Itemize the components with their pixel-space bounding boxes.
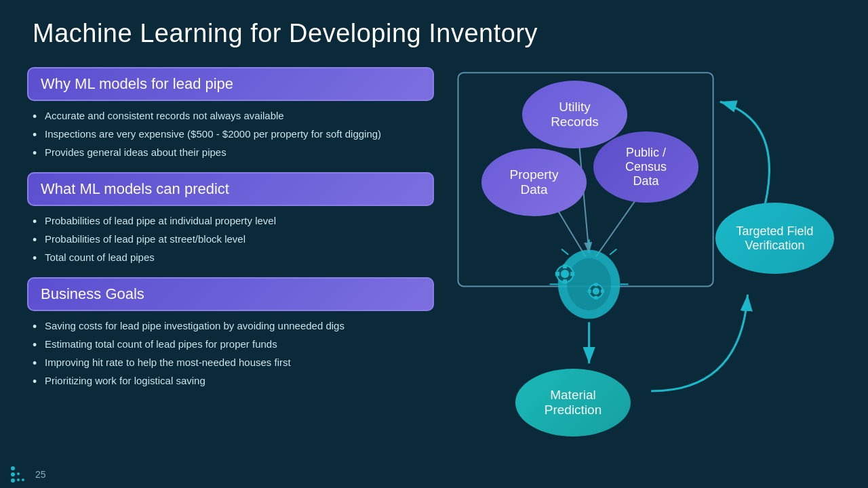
logo-dot xyxy=(17,472,20,475)
bullet-item: Accurate and consistent records not alwa… xyxy=(33,106,434,125)
bullet-list-why-ml: Accurate and consistent records not alwa… xyxy=(27,106,434,165)
svg-rect-12 xyxy=(570,272,574,276)
bullet-list-business: Saving costs for lead pipe investigation… xyxy=(27,317,434,394)
svg-rect-17 xyxy=(588,289,591,293)
node-utility-records: Utility Records xyxy=(522,81,627,148)
bullet-item: Probabilities of lead pipe at street/blo… xyxy=(33,230,434,248)
svg-line-23 xyxy=(610,249,616,255)
bullet-item: Inspections are very expensive ($500 - $… xyxy=(33,125,434,143)
section-header-what-ml: What ML models can predict xyxy=(27,172,434,206)
logo-dot xyxy=(11,479,15,483)
svg-rect-11 xyxy=(555,272,559,276)
logo-dot xyxy=(17,479,20,481)
section-header-why-ml: Why ML models for lead pipe xyxy=(27,67,434,101)
svg-point-8 xyxy=(567,258,611,310)
logo-dots xyxy=(11,466,24,483)
bullet-list-what-ml: Probabilities of lead pipe at individual… xyxy=(27,211,434,270)
bullet-item: Total count of lead pipes xyxy=(33,248,434,266)
bullet-item: Provides general ideas about their pipes xyxy=(33,143,434,161)
section-why-ml: Why ML models for lead pipe Accurate and… xyxy=(27,67,434,165)
svg-rect-19 xyxy=(594,283,597,286)
svg-rect-18 xyxy=(601,289,604,293)
svg-rect-20 xyxy=(594,296,597,300)
logo-dot xyxy=(11,472,15,476)
slide-title: Machine Learning for Developing Inventor… xyxy=(0,0,868,60)
node-targeted-field-verification: Targeted Field Verification xyxy=(715,203,834,274)
bullet-item: Saving costs for lead pipe investigation… xyxy=(33,317,434,335)
node-property-data: Property Data xyxy=(481,148,587,216)
section-business-goals: Business Goals Saving costs for lead pip… xyxy=(27,277,434,394)
section-header-business: Business Goals xyxy=(27,277,434,311)
bullet-item: Estimating total count of lead pipes for… xyxy=(33,335,434,353)
bullet-item: Prioritizing work for logistical saving xyxy=(33,371,434,390)
left-column: Why ML models for lead pipe Accurate and… xyxy=(27,60,448,474)
svg-line-22 xyxy=(561,249,568,255)
node-census-data: Public / Census Data xyxy=(593,131,698,203)
svg-point-10 xyxy=(561,270,569,278)
logo-dot xyxy=(22,479,24,481)
logo-dot xyxy=(11,466,15,470)
svg-point-16 xyxy=(593,288,599,295)
bullet-item: Improving hit rate to help the most-need… xyxy=(33,353,434,371)
svg-rect-13 xyxy=(563,264,567,268)
page-number: 25 xyxy=(35,469,46,480)
logo-area xyxy=(11,466,24,483)
node-material-prediction: Material Prediction xyxy=(515,369,631,436)
diagram-area: Utility Records Property Data Public / C… xyxy=(448,60,841,474)
bullet-item: Probabilities of lead pipe at individual… xyxy=(33,211,434,230)
svg-rect-14 xyxy=(563,279,567,283)
section-what-ml: What ML models can predict Probabilities… xyxy=(27,172,434,270)
